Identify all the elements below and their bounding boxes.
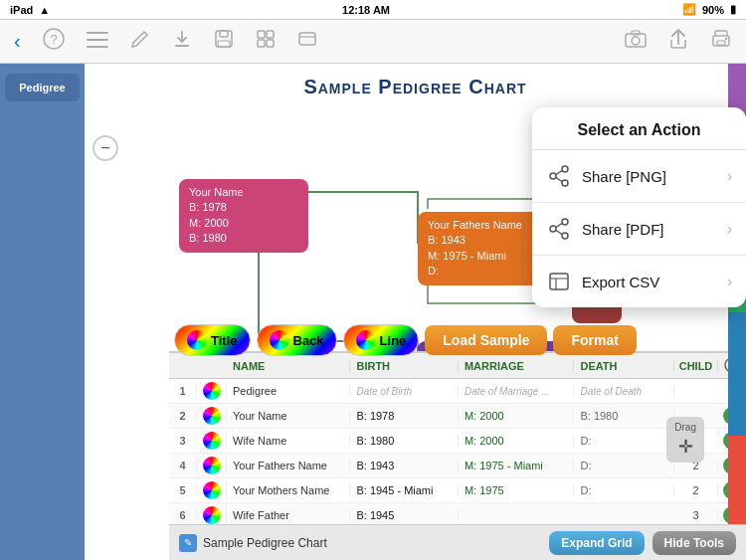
svg-rect-11 [258,40,265,47]
carrier-label: iPad [10,4,33,16]
row-birth: Date of Birth [350,386,459,397]
svg-rect-2 [87,32,108,34]
row-marriage: M: 2000 [459,410,574,422]
svg-rect-9 [258,31,265,38]
row-icon [197,432,227,450]
row-marriage: M: 2000 [459,435,574,447]
camera-button[interactable] [621,28,651,55]
download-button[interactable] [168,27,196,56]
svg-line-26 [556,171,562,175]
row-name[interactable]: Your Fathers Name [227,460,350,471]
row-child: 2 [674,484,718,496]
action-panel: Select an Action Share [PNG] › Share [PD… [532,107,746,307]
time-label: 12:18 AM [342,4,390,16]
your-name-box[interactable]: Your Name B: 1978 M: 2000 B: 1980 [179,179,308,253]
zoom-out-button[interactable]: − [93,135,118,161]
color-bar-blue [728,312,746,437]
svg-rect-7 [220,31,228,37]
share-pdf-chevron: › [727,221,732,237]
share-png-icon [546,163,572,189]
svg-rect-12 [267,40,274,47]
svg-text:?: ? [50,32,57,47]
row-num: 4 [169,460,197,471]
share-button[interactable] [664,26,692,57]
row-name[interactable]: Your Mothers Name [227,484,350,496]
export-csv-item[interactable]: Export CSV › [532,256,746,307]
grid-header: NAME BIRTH MARRIAGE DEATH CHILD i [169,353,746,379]
grid-button[interactable] [252,27,280,56]
action-panel-title: Select an Action [532,107,746,150]
table-row: 3 Wife Name B: 1980 M: 2000 D: + [169,429,746,454]
row-name[interactable]: Wife Father [227,509,350,521]
share-png-item[interactable]: Share [PNG] › [532,150,746,203]
share-png-chevron: › [727,168,732,184]
svg-rect-17 [632,31,640,35]
row-marriage: Date of Marriage ... [459,386,574,397]
drag-overlay: Drag ✛ [666,417,704,463]
hide-tools-btn[interactable]: Hide Tools [653,531,736,555]
format-btn[interactable]: Format [553,325,636,355]
share-pdf-item[interactable]: Share [PDF] › [532,203,746,256]
svg-line-32 [556,231,562,235]
window-button[interactable] [293,27,321,56]
share-pdf-label: Share [PDF] [582,221,664,238]
row-name[interactable]: Your Name [227,410,350,422]
svg-rect-10 [267,31,274,38]
row-death: D: [574,484,674,496]
help-button[interactable]: ? [39,26,69,57]
svg-rect-3 [87,39,108,41]
back-color-btn[interactable]: Back [257,324,337,356]
chart-title: Sample Pedigree Chart [85,64,746,104]
row-birth: B: 1945 [350,509,459,521]
status-bar: iPad ▲ 12:18 AM 📶 90% ▮ [0,0,746,20]
svg-point-20 [725,38,727,40]
drag-icon: ✛ [678,436,693,458]
row-marriage: M: 1975 [459,484,574,496]
battery-label: 90% [702,4,724,16]
svg-point-24 [550,173,556,179]
print-button[interactable] [706,27,736,56]
svg-rect-5 [175,45,189,47]
pedigree-sidebar-btn[interactable]: Pedigree [5,74,80,101]
svg-line-31 [556,224,562,228]
col-birth-header: BIRTH [350,360,459,372]
svg-rect-8 [218,41,230,47]
export-csv-label: Export CSV [582,274,659,290]
row-death: Date of Death [574,386,674,397]
chart-name-label: Sample Pedigree Chart [203,536,327,550]
line-btn[interactable]: Line [343,324,420,356]
table-row: 4 Your Fathers Name B: 1943 M: 1975 - Mi… [169,454,746,478]
expand-grid-btn[interactable]: Expand Grid [549,531,644,555]
list-button[interactable] [83,28,112,55]
row-birth: B: 1978 [350,410,459,422]
row-child: 3 [674,509,718,521]
bluetooth-icon: 📶 [682,3,696,16]
main-area: Pedigree − Sample Pedigree Chart Your Na… [0,64,746,560]
svg-point-25 [562,180,568,186]
edit-button[interactable] [126,27,154,56]
chart-area: − Sample Pedigree Chart Your Name B: 197… [85,64,746,560]
drag-label: Drag [674,422,696,433]
sidebar-left: Pedigree [0,64,85,560]
row-icon [197,506,227,524]
back-button[interactable]: ‹ [10,28,25,55]
row-marriage: M: 1975 - Miami [459,460,574,471]
svg-point-23 [562,166,568,172]
toolbar: ‹ ? [0,20,746,64]
battery-icon: ▮ [730,3,736,16]
row-name[interactable]: Pedigree [227,385,350,397]
row-birth: B: 1945 - Miami [350,484,459,496]
row-name[interactable]: Wife Name [227,435,350,447]
share-pdf-icon [546,216,572,242]
save-button[interactable] [210,27,238,56]
load-sample-btn[interactable]: Load Sample [425,325,547,355]
svg-rect-33 [550,274,568,289]
row-birth: B: 1943 [350,460,459,471]
row-icon [197,457,227,474]
row-num: 3 [169,435,197,447]
row-icon [197,481,227,499]
title-btn[interactable]: Title [174,324,251,356]
export-csv-chevron: › [727,274,732,289]
col-death-header: DEATH [574,360,674,372]
svg-point-29 [550,226,556,232]
